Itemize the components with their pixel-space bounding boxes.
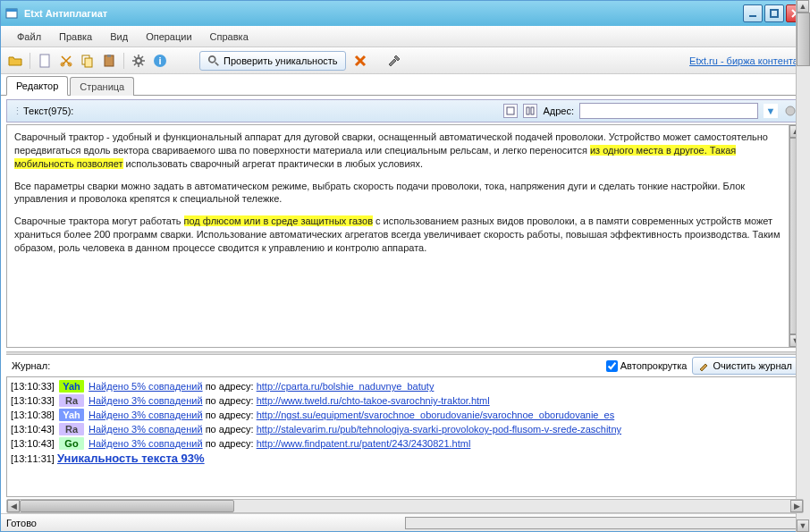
tab-page[interactable]: Страница [70, 77, 134, 96]
paste-icon [102, 54, 116, 68]
app-icon [4, 6, 19, 21]
view-mode-1-button[interactable] [503, 104, 518, 118]
dropdown-button[interactable]: ▼ [764, 104, 778, 118]
timestamp: [13:10:33] [11, 395, 55, 406]
menu-view[interactable]: Вид [101, 29, 137, 45]
copy-button[interactable] [79, 52, 97, 70]
autoscroll-checkbox[interactable]: Автопрокрутка [606, 360, 688, 372]
menu-edit[interactable]: Правка [50, 29, 101, 45]
svg-rect-8 [85, 58, 92, 67]
engine-badge: Go [59, 437, 84, 450]
cut-button[interactable] [57, 52, 75, 70]
svg-text:i: i [158, 55, 161, 66]
timestamp: [13:10:33] [11, 381, 55, 392]
separator [123, 53, 124, 69]
page-icon [38, 54, 52, 68]
editor-toolbar: ⋮⋮ Текст(975): Адрес: ▼ [6, 99, 804, 122]
folder-icon [8, 54, 22, 68]
url-link[interactable]: http://ngst.su/equipment/svarochnoe_obor… [257, 410, 615, 420]
engine-badge: Yah [59, 380, 84, 393]
svg-rect-15 [507, 107, 514, 114]
search-icon [207, 55, 220, 67]
menu-help[interactable]: Справка [201, 29, 257, 45]
scroll-thumb[interactable] [20, 500, 234, 512]
circle-icon [784, 105, 797, 117]
hammer-icon [387, 54, 401, 68]
maximize-button[interactable] [764, 4, 784, 22]
scroll-right-icon[interactable]: ▶ [790, 500, 803, 512]
new-doc-button[interactable] [36, 52, 54, 70]
log-line: [13:10:33] Yah Найдено 5% совпадений по … [11, 379, 799, 393]
paragraph-3: Сварочные трактора могут работать под фл… [14, 215, 796, 255]
log-line: [13:10:38] Yah Найдено 3% совпадений по … [11, 408, 799, 422]
url-link[interactable]: http://www.tweld.ru/chto-takoe-svarochni… [257, 395, 490, 406]
copy-icon [80, 54, 95, 68]
broom-icon [698, 360, 709, 371]
menu-file[interactable]: Файл [8, 29, 50, 45]
menu-operations[interactable]: Операции [137, 29, 200, 45]
match-link[interactable]: Найдено 3% совпадений [89, 424, 203, 435]
url-link[interactable]: http://stalevarim.ru/pub/tehnologiya-sva… [257, 424, 621, 435]
timestamp: [13:10:43] [11, 438, 55, 449]
tabs: Редактор Страница [1, 74, 809, 96]
url-link[interactable]: http://cparta.ru/bolshie_naduvnye_batuty [257, 381, 435, 392]
svg-rect-17 [531, 107, 534, 114]
address-text: Адрес: [543, 106, 574, 116]
svg-rect-1 [6, 9, 17, 12]
scroll-left-icon[interactable]: ◀ [7, 500, 20, 512]
svg-rect-2 [749, 15, 756, 17]
svg-point-14 [209, 55, 215, 62]
log-area[interactable]: [13:10:33] Yah Найдено 5% совпадений по … [6, 376, 804, 497]
clear-log-button[interactable]: Очистить журнал [692, 357, 798, 375]
log-scrollbar[interactable]: ▲ ▼ [796, 376, 804, 497]
main-window: Etxt Антиплагиат Файл Правка Вид Операци… [0, 0, 810, 532]
progress-bar [405, 517, 804, 529]
svg-rect-16 [527, 107, 529, 114]
svg-rect-3 [771, 10, 778, 17]
chevron-down-icon: ▼ [766, 106, 776, 116]
settings-button[interactable] [130, 52, 148, 70]
address-input[interactable] [579, 103, 758, 119]
view-mode-2-button[interactable] [523, 104, 537, 118]
engine-badge: Yah [59, 409, 84, 421]
url-link[interactable]: http://www.findpatent.ru/patent/243/2430… [257, 438, 471, 449]
match-link[interactable]: Найдено 3% совпадений [89, 438, 203, 449]
info-button[interactable]: i [151, 52, 169, 70]
cancel-check-button[interactable] [351, 52, 369, 70]
log-line: [13:10:43] Go Найдено 3% совпадений по а… [11, 436, 799, 451]
autoscroll-input[interactable] [606, 360, 618, 372]
uniqueness-result[interactable]: Уникальность текста 93% [57, 452, 205, 465]
match-link[interactable]: Найдено 5% совпадений [89, 381, 203, 392]
tab-editor[interactable]: Редактор [6, 76, 68, 96]
timestamp: [13:10:43] [11, 424, 55, 435]
open-folder-button[interactable] [6, 52, 24, 70]
match-link[interactable]: Найдено 3% совпадений [89, 410, 203, 420]
minimize-button[interactable] [743, 4, 763, 22]
svg-rect-4 [40, 55, 49, 67]
check-uniqueness-button[interactable]: Проверить уникальность [199, 51, 346, 71]
etxt-link[interactable]: Etxt.ru - биржа контента [689, 55, 804, 66]
gear-icon [131, 54, 146, 68]
log-line: [13:10:33] Ra Найдено 3% совпадений по а… [11, 393, 799, 408]
highlighted-text: под флюсом или в среде защитных газов [184, 215, 373, 226]
match-link[interactable]: Найдено 3% совпадений [89, 395, 203, 406]
horizontal-scrollbar[interactable]: ◀ ▶ [6, 499, 804, 513]
titlebar: Etxt Антиплагиат [1, 1, 809, 26]
result-line: [13:11:31] Уникальность текста 93% [11, 451, 799, 466]
paste-button[interactable] [100, 52, 118, 70]
engine-badge: Ra [59, 394, 84, 407]
grip-icon[interactable]: ⋮⋮ [13, 106, 18, 117]
statusbar: Готово [1, 513, 809, 531]
editor-area[interactable]: Сварочный трактор - удобный и функционал… [6, 124, 804, 348]
log-line: [13:10:43] Ra Найдено 3% совпадений по а… [11, 422, 799, 436]
check-label: Проверить уникальность [224, 55, 338, 66]
menubar: Файл Правка Вид Операции Справка [1, 26, 809, 47]
toolbar: i Проверить уникальность Etxt.ru - биржа… [1, 47, 809, 74]
tools-button[interactable] [385, 52, 403, 70]
paragraph-2: Все параметры сварки можно задать в авто… [14, 180, 796, 207]
scissors-icon [59, 54, 73, 68]
engine-badge: Ra [59, 423, 84, 435]
log-header: Журнал: Автопрокрутка Очистить журнал [6, 355, 804, 376]
info-icon: i [153, 54, 167, 68]
x-red-icon [353, 54, 367, 68]
